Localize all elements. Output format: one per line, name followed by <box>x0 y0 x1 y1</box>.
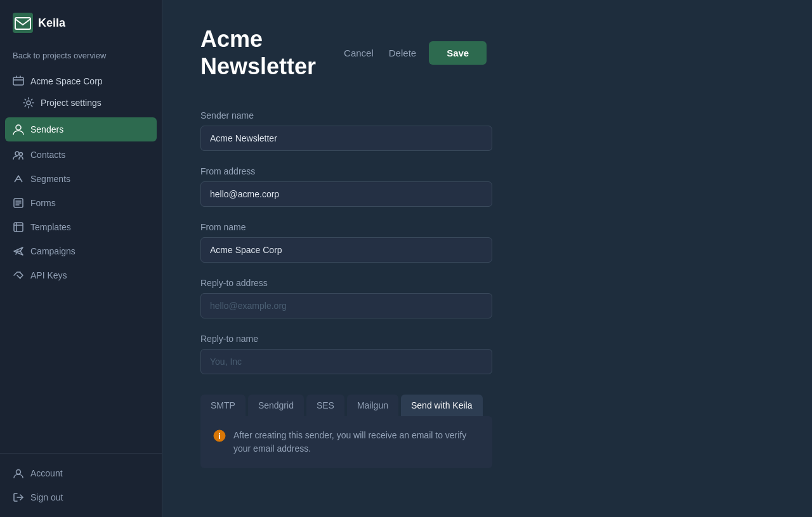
sidebar-project-settings[interactable]: Project settings <box>0 92 162 114</box>
tab-send-with-keila[interactable]: Send with Keila <box>401 395 483 416</box>
sidebar-item-sign-out[interactable]: Sign out <box>0 485 162 509</box>
sidebar-item-forms[interactable]: Forms <box>0 191 162 215</box>
reply-to-name-label: Reply-to name <box>200 334 492 344</box>
sender-name-label: Sender name <box>200 110 492 121</box>
logo[interactable]: Keila <box>0 0 162 48</box>
sidebar-item-label: Templates <box>30 222 71 232</box>
sign-out-icon <box>13 492 24 503</box>
main-nav: Senders Contacts Segments <box>0 114 162 290</box>
reply-to-address-input[interactable] <box>200 293 492 318</box>
tab-smtp[interactable]: SMTP <box>200 395 246 416</box>
sidebar-item-label: Forms <box>30 198 56 208</box>
sidebar-item-account[interactable]: Account <box>0 461 162 485</box>
header-actions: Cancel Delete Save <box>341 41 487 65</box>
info-icon <box>213 429 226 442</box>
campaigns-icon <box>13 245 24 257</box>
senders-icon <box>13 124 24 135</box>
svg-point-5 <box>20 153 23 156</box>
svg-point-3 <box>27 101 30 105</box>
sender-name-group: Sender name <box>200 110 492 151</box>
page-header: Acme Newsletter Cancel Delete Save <box>200 25 774 80</box>
settings-icon <box>23 97 34 108</box>
back-to-projects-link[interactable]: Back to projects overview <box>0 48 162 70</box>
sidebar-item-label: Campaigns <box>30 246 75 256</box>
reply-to-name-group: Reply-to name <box>200 334 492 374</box>
provider-tabs: SMTP Sendgrid SES Mailgun Send with Keil… <box>200 395 492 416</box>
templates-icon <box>13 221 24 233</box>
from-name-input[interactable] <box>200 237 492 263</box>
project-name-label: Acme Space Corp <box>30 76 103 86</box>
sidebar-account-label: Account <box>30 468 63 478</box>
save-button[interactable]: Save <box>429 41 487 65</box>
svg-point-10 <box>219 433 220 435</box>
segments-icon <box>13 173 24 185</box>
sender-form: Sender name From address From name Reply… <box>200 110 492 468</box>
project-settings-label: Project settings <box>41 98 102 108</box>
sidebar-sign-out-label: Sign out <box>30 492 63 502</box>
sidebar: Keila Back to projects overview Acme Spa… <box>0 0 162 517</box>
tab-sendgrid[interactable]: Sendgrid <box>248 395 304 416</box>
tab-ses[interactable]: SES <box>306 395 344 416</box>
sidebar-item-contacts[interactable]: Contacts <box>0 143 162 167</box>
svg-rect-2 <box>13 77 23 85</box>
delete-button[interactable]: Delete <box>386 43 419 63</box>
svg-point-4 <box>15 152 19 155</box>
account-icon <box>13 468 24 479</box>
sidebar-project-name[interactable]: Acme Space Corp <box>0 70 162 92</box>
cancel-button[interactable]: Cancel <box>341 43 376 63</box>
app-name: Keila <box>38 16 65 30</box>
from-address-input[interactable] <box>200 181 492 207</box>
api-keys-icon <box>13 270 24 281</box>
sidebar-item-label: API Keys <box>30 270 67 280</box>
sidebar-item-senders[interactable]: Senders <box>5 117 157 141</box>
project-icon <box>13 75 24 87</box>
from-address-label: From address <box>200 166 492 176</box>
reply-to-name-input[interactable] <box>200 349 492 374</box>
contacts-icon <box>13 149 24 160</box>
from-address-group: From address <box>200 166 492 207</box>
sidebar-bottom: Account Sign out <box>0 453 162 517</box>
forms-icon <box>13 197 24 209</box>
main-content: Acme Newsletter Cancel Delete Save Sende… <box>162 0 812 517</box>
reply-to-address-group: Reply-to address <box>200 278 492 318</box>
sidebar-item-api-keys[interactable]: API Keys <box>0 263 162 287</box>
sender-name-input[interactable] <box>200 126 492 151</box>
sidebar-item-label: Contacts <box>30 150 65 160</box>
from-name-group: From name <box>200 222 492 263</box>
from-name-label: From name <box>200 222 492 232</box>
sidebar-item-campaigns[interactable]: Campaigns <box>0 239 162 263</box>
sidebar-item-label: Segments <box>30 174 70 184</box>
logo-icon <box>13 13 33 33</box>
tab-mailgun[interactable]: Mailgun <box>347 395 398 416</box>
svg-rect-7 <box>14 223 23 232</box>
reply-to-address-label: Reply-to address <box>200 278 492 288</box>
page-title: Acme Newsletter <box>200 25 316 80</box>
sidebar-item-segments[interactable]: Segments <box>0 167 162 191</box>
sidebar-item-templates[interactable]: Templates <box>0 215 162 239</box>
info-message: After creating this sender, you will rec… <box>233 429 480 455</box>
sidebar-item-label: Senders <box>30 124 63 134</box>
svg-point-8 <box>16 470 21 474</box>
info-box: After creating this sender, you will rec… <box>200 416 492 468</box>
